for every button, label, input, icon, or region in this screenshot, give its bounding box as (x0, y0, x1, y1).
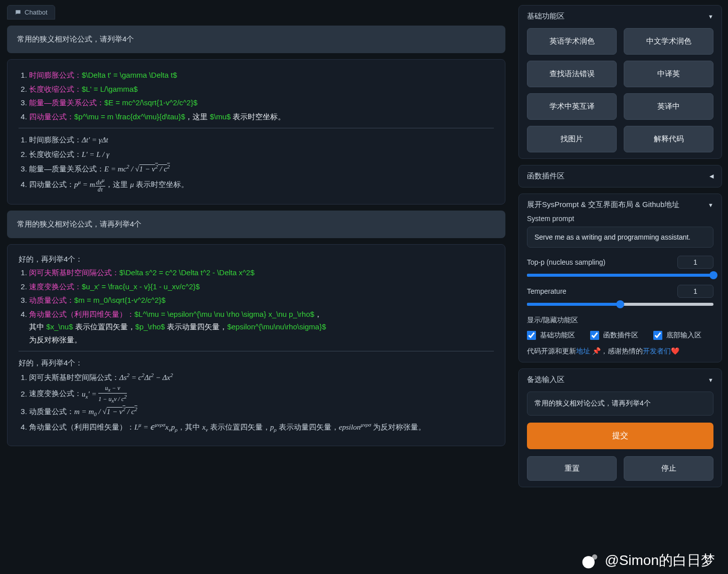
assistant-message-1: 时间膨胀公式：$\Delta t' = \gamma \Delta t$长度收缩… (7, 59, 505, 205)
formula-item: 动质量公式：m = m0 / √1 − v2 / c2 (29, 405, 494, 419)
chat-icon (15, 9, 22, 16)
assistant-message-2: 好的，再列举4个： 闵可夫斯基时空间隔公式：$\Delta s^2 = c^2 … (7, 244, 505, 446)
chevron-down-icon: ▼ (708, 377, 713, 383)
formula-raw-item: 时间膨胀公式：$\Delta t' = \gamma \Delta t$ (29, 69, 494, 82)
formula-item: 闵可夫斯基时空间隔公式：Δs2 = c2Δt2 − Δx2 (29, 370, 494, 385)
function-button-1[interactable]: 中文学术润色 (624, 28, 713, 55)
footer-line: 代码开源和更新地址 📌，感谢热情的开发者们❤️ (527, 347, 713, 356)
function-button-5[interactable]: 英译中 (624, 93, 713, 120)
chevron-down-icon: ▼ (708, 202, 713, 208)
stop-button[interactable]: 停止 (624, 456, 713, 481)
function-button-6[interactable]: 找图片 (527, 126, 617, 152)
tab-chatbot[interactable]: Chatbot (7, 5, 55, 20)
formula-raw-item: 四动量公式：$p^\mu = m \frac{dx^\mu}{d\tau}$，这… (29, 110, 494, 123)
repo-link[interactable]: 地址 (576, 347, 590, 355)
temperature-value[interactable]: 1 (677, 285, 713, 298)
tab-label: Chatbot (25, 9, 48, 16)
user-message-2: 常用的狭义相对论公式，请再列举4个 (7, 211, 505, 238)
intro-line: 好的，再列举4个： (19, 253, 494, 266)
formula-item: 四动量公式：pμ = mdxμdτ，这里 μ 表示时空坐标。 (29, 177, 494, 193)
checkbox-input[interactable] (527, 331, 536, 340)
tab-bar: Chatbot (7, 5, 505, 20)
temperature-slider[interactable] (527, 303, 713, 306)
panel-header-sys[interactable]: 展开SysPrompt & 交互界面布局 & Github地址 ▼ (527, 200, 713, 210)
user-message-1: 常用的狭义相对论公式，请列举4个 (7, 26, 505, 53)
sidebar: 基础功能区 ▼ 英语学术润色中文学术润色查找语法错误中译英学术中英互译英译中找图… (512, 0, 728, 574)
panel-title: 函数插件区 (527, 171, 565, 181)
plugin-panel: 函数插件区 ◀ (518, 165, 722, 187)
formula-item: 角动量公式（利用四维矢量）：Lμ = ϵμνρσxνpρ，其中 xν 表示位置四… (29, 420, 494, 435)
function-button-3[interactable]: 中译英 (624, 61, 713, 87)
formula-item: 长度收缩公式：L′ = L / γ (29, 148, 494, 161)
formula-raw-item: 长度收缩公式：$L' = L/\gamma$ (29, 83, 494, 96)
topp-label: Top-p (nucleus sampling) (527, 258, 605, 266)
formula-raw-item: 闵可夫斯基时空间隔公式：$\Delta s^2 = c^2 \Delta t^2… (29, 266, 494, 279)
devs-link[interactable]: 开发者们 (643, 347, 671, 355)
topp-value[interactable]: 1 (677, 256, 713, 269)
formula-item: 时间膨胀公式：Δt′ = γΔt (29, 133, 494, 147)
formula-item: 速度变换公式：ux′ = ux − v1 − uxv / c2 (29, 385, 494, 404)
function-button-2[interactable]: 查找语法错误 (527, 61, 617, 87)
system-prompt-input[interactable]: Serve me as a writing and programming as… (527, 227, 713, 248)
chat-column: Chatbot 常用的狭义相对论公式，请列举4个 时间膨胀公式：$\Delta … (0, 0, 512, 574)
visibility-checkbox-2[interactable]: 底部输入区 (653, 331, 701, 340)
function-button-4[interactable]: 学术中英互译 (527, 93, 617, 120)
visibility-checkbox-1[interactable]: 函数插件区 (590, 331, 638, 340)
chevron-down-icon: ▼ (708, 14, 713, 20)
intro-line-2: 好的，再列举4个： (19, 356, 494, 369)
temperature-label: Temperature (527, 287, 567, 295)
submit-button[interactable]: 提交 (527, 423, 713, 449)
checkbox-input[interactable] (590, 331, 599, 340)
checkbox-input[interactable] (653, 331, 662, 340)
panel-header-plugin[interactable]: 函数插件区 ◀ (527, 171, 713, 181)
divider (19, 128, 494, 128)
function-button-0[interactable]: 英语学术润色 (527, 28, 617, 55)
visibility-checkbox-0[interactable]: 基础功能区 (527, 331, 575, 340)
divider (19, 351, 494, 351)
chevron-left-icon: ◀ (709, 173, 713, 179)
formula-raw-item: 角动量公式（利用四维矢量）：$L^\mu = \epsilon^{\mu \nu… (29, 308, 494, 346)
basic-functions-panel: 基础功能区 ▼ 英语学术润色中文学术润色查找语法错误中译英学术中英互译英译中找图… (518, 5, 722, 159)
panel-title: 基础功能区 (527, 12, 565, 21)
prompt-input[interactable]: 常用的狭义相对论公式，请再列举4个 (527, 392, 713, 416)
slider-thumb[interactable] (709, 271, 717, 279)
topp-slider[interactable] (527, 274, 713, 277)
function-button-7[interactable]: 解释代码 (624, 126, 713, 152)
formula-raw-item: 动质量公式：$m = m_0/\sqrt{1-v^2/c^2}$ (29, 294, 494, 307)
panel-title: 展开SysPrompt & 交互界面布局 & Github地址 (527, 200, 679, 210)
sysprompt-panel: 展开SysPrompt & 交互界面布局 & Github地址 ▼ System… (518, 194, 722, 362)
toggle-section-title: 显示/隐藏功能区 (527, 316, 713, 325)
panel-title: 备选输入区 (527, 375, 565, 385)
panel-header-basic[interactable]: 基础功能区 ▼ (527, 12, 713, 21)
input-panel: 备选输入区 ▼ 常用的狭义相对论公式，请再列举4个 提交 重置 停止 (518, 368, 722, 487)
formula-item: 能量—质量关系公式：E = mc2 / √1 − v2 / c2 (29, 162, 494, 176)
formula-raw-item: 速度变换公式：$u_x' = \frac{u_x - v}{1 - u_xv/c… (29, 280, 494, 293)
slider-thumb[interactable] (616, 300, 624, 308)
formula-raw-item: 能量—质量关系公式：$E = mc^2/\sqrt{1-v^2/c^2}$ (29, 96, 494, 109)
reset-button[interactable]: 重置 (527, 456, 617, 481)
system-prompt-label: System prompt (527, 215, 713, 223)
panel-header-input[interactable]: 备选输入区 ▼ (527, 375, 713, 385)
